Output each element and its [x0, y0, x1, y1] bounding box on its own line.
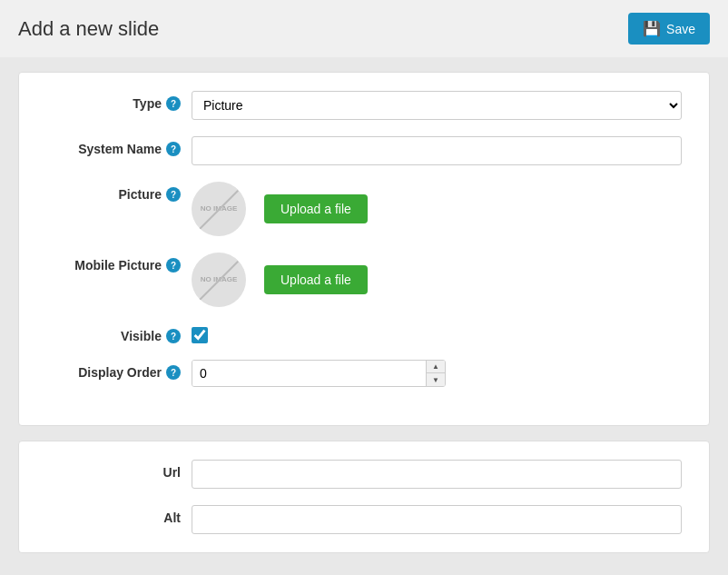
main-card: Specifies the Type Type ? Picture Video … [18, 72, 710, 426]
picture-row: Picture ? NO IMAGE Upload a file [46, 182, 682, 236]
spin-up-icon: ▲ [432, 362, 439, 371]
url-input[interactable] [192, 460, 682, 489]
mobile-picture-label: Mobile Picture [74, 258, 162, 273]
display-order-label-container: Display Order ? [46, 360, 192, 380]
mobile-picture-upload-section: NO IMAGE Upload a file [192, 253, 368, 307]
picture-label: Picture [119, 187, 162, 202]
mobile-picture-row: Mobile Picture ? NO IMAGE Upload a file [46, 253, 682, 307]
display-order-label: Display Order [78, 365, 162, 380]
visible-label: Visible [121, 329, 162, 343]
alt-label-container: Alt [46, 505, 192, 525]
spin-up-button[interactable]: ▲ [427, 361, 445, 373]
type-help-icon[interactable]: ? [166, 96, 181, 111]
mobile-picture-help-icon[interactable]: ? [166, 258, 181, 273]
floppy-icon: 💾 [643, 20, 661, 37]
visible-row: Visible ? [46, 323, 682, 343]
system-name-help-icon[interactable]: ? [166, 142, 181, 156]
display-order-input-wrapper: ▲ ▼ [192, 360, 446, 387]
visible-checkbox[interactable] [192, 327, 208, 343]
picture-help-icon[interactable]: ? [166, 187, 181, 202]
spin-buttons: ▲ ▼ [426, 361, 445, 386]
display-order-input[interactable] [192, 361, 426, 386]
system-name-input[interactable] [192, 136, 682, 165]
mobile-no-image-text: NO IMAGE [201, 275, 237, 284]
url-label: Url [163, 465, 181, 480]
picture-upload-button[interactable]: Upload a file [264, 194, 368, 223]
picture-upload-section: NO IMAGE Upload a file [192, 182, 368, 236]
type-row: Specifies the Type Type ? Picture Video … [46, 91, 682, 120]
system-name-row: System Name ? [46, 136, 682, 165]
visible-checkbox-wrapper [192, 323, 208, 343]
main-content: Specifies the Type Type ? Picture Video … [0, 57, 728, 568]
save-label: Save [666, 22, 695, 36]
type-label-container: Specifies the Type Type ? [46, 91, 192, 111]
alt-row: Alt [46, 505, 682, 534]
picture-no-image: NO IMAGE [192, 182, 246, 236]
type-label: Type [133, 96, 162, 111]
mobile-picture-label-container: Mobile Picture ? [46, 253, 192, 273]
page-header: Add a new slide 💾 Save [0, 0, 728, 57]
alt-label: Alt [163, 511, 181, 525]
mobile-no-image: NO IMAGE [192, 253, 246, 307]
lower-card: Url Alt [18, 441, 710, 553]
spin-down-icon: ▼ [432, 376, 439, 384]
spin-down-button[interactable]: ▼ [427, 373, 445, 386]
url-label-container: Url [46, 460, 192, 480]
system-name-label-container: System Name ? [46, 136, 192, 156]
visible-label-container: Visible ? [46, 323, 192, 343]
picture-no-image-text: NO IMAGE [201, 204, 237, 213]
type-select[interactable]: Picture Video HTML [192, 91, 682, 120]
system-name-label: System Name [78, 142, 162, 156]
mobile-picture-upload-button[interactable]: Upload a file [264, 265, 368, 294]
alt-input[interactable] [192, 505, 682, 534]
picture-label-container: Picture ? [46, 182, 192, 202]
save-button[interactable]: 💾 Save [628, 13, 710, 45]
url-row: Url [46, 460, 682, 489]
page-title: Add a new slide [18, 17, 159, 41]
visible-help-icon[interactable]: ? [166, 329, 181, 343]
display-order-help-icon[interactable]: ? [166, 365, 181, 380]
display-order-row: Display Order ? ▲ ▼ [46, 360, 682, 387]
